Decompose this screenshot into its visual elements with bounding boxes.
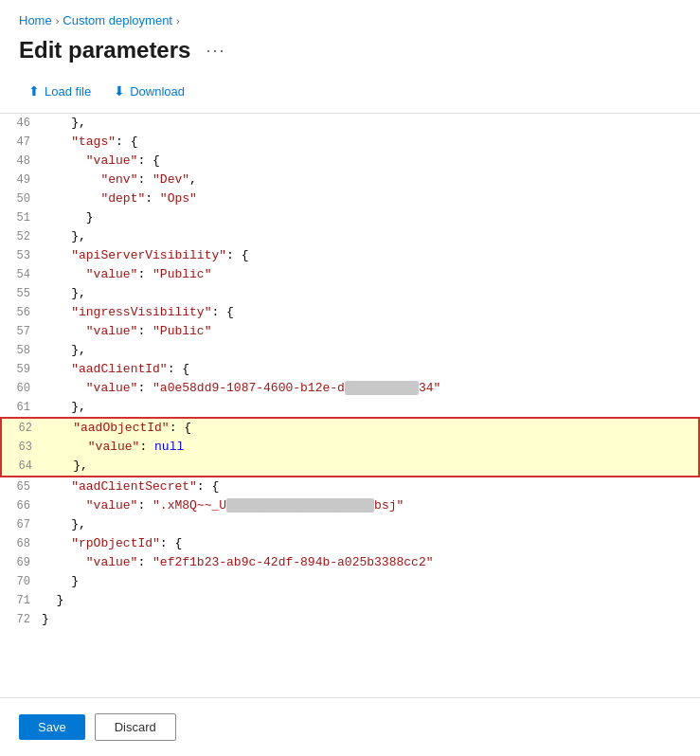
line-number: 59 <box>0 360 42 379</box>
line-content: "ingressVisibility": { <box>42 303 700 322</box>
code-line: 69 "value": "ef2f1b23-ab9c-42df-894b-a02… <box>0 553 700 572</box>
code-line-highlighted: 64 }, <box>2 457 698 476</box>
code-line: 67 }, <box>0 515 700 534</box>
line-content: } <box>42 208 700 227</box>
code-line: 57 "value": "Public" <box>0 322 700 341</box>
save-button[interactable]: Save <box>19 714 85 740</box>
toolbar: ⬆ Load file ⬇ Download <box>0 79 700 114</box>
line-content: } <box>42 572 700 591</box>
load-file-button[interactable]: ⬆ Load file <box>19 79 100 103</box>
line-number: 66 <box>0 496 42 515</box>
breadcrumb: Home › Custom deployment › <box>0 0 700 33</box>
code-line: 50 "dept": "Ops" <box>0 189 700 208</box>
line-content: "value": { <box>42 152 700 171</box>
line-number: 54 <box>0 265 42 284</box>
line-number: 68 <box>0 534 42 553</box>
line-content: "aadObjectId": { <box>44 419 698 438</box>
line-number: 48 <box>0 152 42 171</box>
upload-icon: ⬆ <box>28 83 40 99</box>
line-number: 47 <box>0 133 42 152</box>
line-content: "value": "a0e58dd9-1087-4600-b12e-dXXXXX… <box>42 379 700 398</box>
line-number: 72 <box>0 610 42 629</box>
code-line: 55 }, <box>0 284 700 303</box>
line-number: 63 <box>2 438 44 457</box>
download-icon: ⬇ <box>114 83 125 99</box>
download-label: Download <box>130 84 185 99</box>
code-line: 53 "apiServerVisibility": { <box>0 246 700 265</box>
line-content: "dept": "Ops" <box>42 189 700 208</box>
code-line: 72} <box>0 610 700 629</box>
load-file-label: Load file <box>45 84 91 99</box>
line-number: 62 <box>2 419 44 438</box>
breadcrumb-chevron-1: › <box>56 15 60 27</box>
code-line: 47 "tags": { <box>0 133 700 152</box>
code-line-highlighted: 63 "value": null <box>2 438 698 457</box>
line-content: "apiServerVisibility": { <box>42 246 700 265</box>
more-options-button[interactable]: ··· <box>200 39 231 63</box>
code-line-highlighted: 62 "aadObjectId": { <box>2 419 698 438</box>
line-content: "value": "Public" <box>42 265 700 284</box>
breadcrumb-chevron-2: › <box>176 15 180 27</box>
line-number: 69 <box>0 553 42 572</box>
highlight-box: 62 "aadObjectId": {63 "value": null64 }, <box>0 417 700 477</box>
line-number: 57 <box>0 322 42 341</box>
line-number: 56 <box>0 303 42 322</box>
page-title-row: Edit parameters ··· <box>0 33 700 79</box>
line-content: "value": "ef2f1b23-ab9c-42df-894b-a025b3… <box>42 553 700 572</box>
line-content: }, <box>42 227 700 246</box>
line-number: 70 <box>0 572 42 591</box>
breadcrumb-custom-deployment[interactable]: Custom deployment <box>63 13 172 27</box>
line-content: "aadClientId": { <box>42 360 700 379</box>
line-content: }, <box>42 515 700 534</box>
code-line: 52 }, <box>0 227 700 246</box>
line-number: 60 <box>0 379 42 398</box>
line-content: "rpObjectId": { <box>42 534 700 553</box>
line-number: 53 <box>0 246 42 265</box>
footer: Save Discard <box>0 697 700 756</box>
code-editor: 46 },47 "tags": {48 "value": {49 "env": … <box>0 114 700 697</box>
code-scroll-area[interactable]: 46 },47 "tags": {48 "value": {49 "env": … <box>0 114 700 629</box>
line-number: 58 <box>0 341 42 360</box>
line-content: "aadClientSecret": { <box>42 477 700 496</box>
line-number: 46 <box>0 114 42 133</box>
line-number: 61 <box>0 398 42 417</box>
discard-button[interactable]: Discard <box>95 713 176 741</box>
line-number: 51 <box>0 208 42 227</box>
download-button[interactable]: ⬇ Download <box>104 79 194 103</box>
line-content: }, <box>42 114 700 133</box>
page-title: Edit parameters <box>19 37 190 63</box>
line-number: 49 <box>0 171 42 189</box>
line-content: }, <box>42 341 700 360</box>
line-number: 67 <box>0 515 42 534</box>
code-line: 71 } <box>0 591 700 610</box>
code-line: 54 "value": "Public" <box>0 265 700 284</box>
line-content: }, <box>42 398 700 417</box>
code-line: 48 "value": { <box>0 152 700 171</box>
line-number: 50 <box>0 189 42 208</box>
line-content: } <box>42 610 700 629</box>
line-content: } <box>42 591 700 610</box>
line-content: "value": null <box>44 438 698 457</box>
breadcrumb-home[interactable]: Home <box>19 13 52 27</box>
code-line: 51 } <box>0 208 700 227</box>
line-content: "tags": { <box>42 133 700 152</box>
code-line: 49 "env": "Dev", <box>0 171 700 189</box>
line-content: }, <box>44 457 698 476</box>
line-content: }, <box>42 284 700 303</box>
code-line: 68 "rpObjectId": { <box>0 534 700 553</box>
line-content: "value": ".xM8Q~~_UXXXXXXXXXXXXXXXXXXXXb… <box>42 496 700 515</box>
code-line: 58 }, <box>0 341 700 360</box>
code-line: 60 "value": "a0e58dd9-1087-4600-b12e-dXX… <box>0 379 700 398</box>
line-number: 55 <box>0 284 42 303</box>
code-line: 65 "aadClientSecret": { <box>0 477 700 496</box>
line-number: 71 <box>0 591 42 610</box>
code-line: 56 "ingressVisibility": { <box>0 303 700 322</box>
code-line: 70 } <box>0 572 700 591</box>
code-line: 61 }, <box>0 398 700 417</box>
line-number: 64 <box>2 457 44 476</box>
line-number: 52 <box>0 227 42 246</box>
line-content: "env": "Dev", <box>42 171 700 189</box>
code-line: 46 }, <box>0 114 700 133</box>
line-number: 65 <box>0 477 42 496</box>
code-line: 66 "value": ".xM8Q~~_UXXXXXXXXXXXXXXXXXX… <box>0 496 700 515</box>
